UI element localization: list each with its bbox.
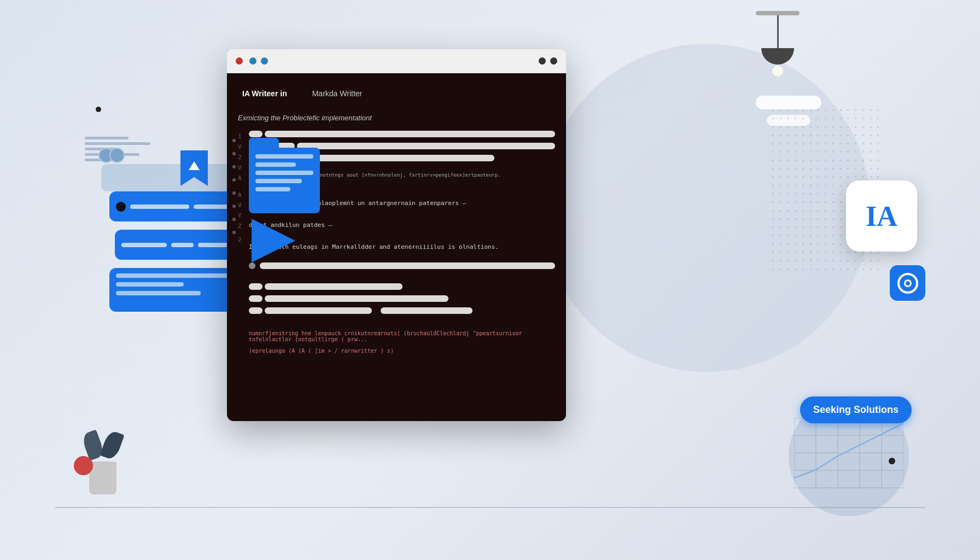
ia-badge-text: IA xyxy=(866,200,897,232)
bottom-code-1: numnrfjenitring hne lenpauck crnikutnrea… xyxy=(249,330,555,342)
folder-line-2 xyxy=(255,162,296,167)
pill-6c xyxy=(381,307,472,314)
arrow-shape xyxy=(252,219,295,262)
pill-4b xyxy=(265,283,402,290)
scroll-ind-8 xyxy=(232,231,236,234)
scroll-ind-7 xyxy=(232,218,236,221)
line-3: 2 xyxy=(238,154,243,161)
scroll-row xyxy=(249,262,555,269)
grid-chart xyxy=(794,418,903,489)
code-row-5 xyxy=(249,295,555,302)
scroll-ind-5 xyxy=(232,191,236,195)
pill-1a xyxy=(249,131,262,137)
leaf-2 xyxy=(100,429,124,460)
accent-dot-1 xyxy=(96,107,101,112)
camera-inner xyxy=(904,279,912,287)
code-row-4 xyxy=(249,283,555,290)
line-10: Y xyxy=(238,212,243,219)
editor-subtitle: Exmicting the Problectefic implementatio… xyxy=(238,114,555,122)
scroll-ind-6 xyxy=(232,205,236,208)
line-numbers: 1 V 2 V A A V Y Z 2 xyxy=(238,131,249,413)
folder-body xyxy=(249,148,320,213)
chat-line-2b xyxy=(171,243,194,247)
folder-line-1 xyxy=(255,154,313,159)
pill-6b xyxy=(265,307,372,314)
line-8: A xyxy=(238,191,243,199)
line-13: 2 xyxy=(238,236,243,243)
chat-block xyxy=(109,268,235,312)
ia-badge: IA xyxy=(846,180,917,252)
traffic-light-blue1[interactable] xyxy=(249,57,256,65)
scroll-ind-2 xyxy=(232,152,236,155)
cloud-1 xyxy=(756,96,821,109)
pill-6a xyxy=(249,307,262,314)
folder-line-4 xyxy=(255,179,302,183)
traffic-light-blue2[interactable] xyxy=(261,57,268,65)
bottom-divider xyxy=(55,507,925,508)
plant-pot xyxy=(89,462,116,494)
editor-header: IA Writeer in Markda Writter xyxy=(238,84,555,103)
code-row-6 xyxy=(249,307,555,314)
pill-5a xyxy=(249,295,262,302)
chat-block-line-2 xyxy=(116,282,184,287)
spacer xyxy=(374,307,378,314)
scroll-line xyxy=(260,262,555,269)
pill-1b xyxy=(265,131,555,137)
line-1: 1 xyxy=(238,133,243,140)
line-11: Z xyxy=(238,223,243,230)
speech-bubble-bg xyxy=(101,164,243,191)
scroll-dot xyxy=(249,262,255,269)
scrollbar-indicators xyxy=(232,139,236,234)
pill-4a xyxy=(249,283,262,290)
folder-tab xyxy=(249,138,279,148)
editor-tab-2[interactable]: Markda Writter xyxy=(308,87,367,100)
accent-dot-2 xyxy=(889,458,895,464)
folder-lines xyxy=(249,148,320,198)
line-4: V xyxy=(238,164,243,171)
scroll-ind-1 xyxy=(232,139,236,142)
traffic-light-dark1[interactable] xyxy=(539,57,546,65)
chat-dot xyxy=(116,202,126,212)
folder-line-5 xyxy=(255,187,290,191)
pill-2c xyxy=(297,143,555,149)
bookmark-icon xyxy=(180,150,208,186)
line-2: V xyxy=(238,143,243,150)
people-icon xyxy=(98,148,125,163)
blue-arrow-icon xyxy=(252,219,295,262)
blue-folder-icon xyxy=(249,148,320,227)
chat-bubble-2 xyxy=(115,230,241,260)
lamp-decoration xyxy=(756,11,800,77)
chat-bubble-1 xyxy=(109,191,235,221)
scroll-ind-4 xyxy=(232,178,236,182)
browser-titlebar xyxy=(227,49,566,73)
pill-5b xyxy=(265,295,448,302)
scroll-ind-3 xyxy=(232,165,236,168)
camera-target-icon xyxy=(890,265,925,301)
traffic-light-dark2[interactable] xyxy=(550,57,557,65)
chat-line-2a xyxy=(121,243,167,247)
folder-line-3 xyxy=(255,171,313,175)
bottom-code-2: (eprelaunga (A (A ( [im > / rarnwritter … xyxy=(249,348,555,354)
apple-decoration xyxy=(74,456,93,475)
line-5: A xyxy=(238,174,243,182)
traffic-light-red[interactable] xyxy=(236,57,243,65)
line-9: V xyxy=(238,202,243,209)
seeking-solutions-button[interactable]: Seeking Solutions xyxy=(800,396,912,423)
chat-block-line-1 xyxy=(116,273,229,278)
chat-block-line-3 xyxy=(116,291,201,295)
section-gap-2 xyxy=(249,276,555,280)
chat-line xyxy=(130,205,189,209)
code-row-1 xyxy=(249,131,555,137)
chat-line-short xyxy=(194,205,229,209)
camera-ring xyxy=(897,273,918,294)
plant-leaves xyxy=(85,431,120,459)
editor-tab-1[interactable]: IA Writeer in xyxy=(238,87,291,100)
section-gap-3 xyxy=(249,319,555,324)
